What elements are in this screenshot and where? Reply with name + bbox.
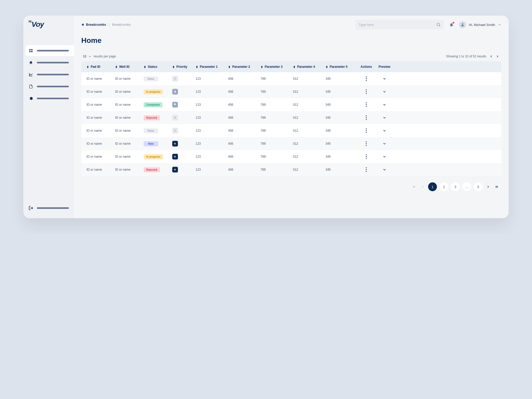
search-input[interactable] xyxy=(359,23,436,27)
cell-parameter-3: 789 xyxy=(258,99,291,110)
table-body: ID or nameID or nameNone123456789012345I… xyxy=(81,72,501,176)
cell-parameter-4: 012 xyxy=(291,138,323,149)
cell-parameter-2: 456 xyxy=(226,138,258,149)
cell-priority xyxy=(170,85,194,98)
pagination-page-1[interactable]: 1 xyxy=(428,182,437,191)
cell-priority xyxy=(170,137,194,150)
cell-parameter-1: 123 xyxy=(194,125,226,136)
expand-row-icon[interactable] xyxy=(382,116,387,120)
pagination-last[interactable] xyxy=(494,184,500,190)
sidebar-item-1[interactable] xyxy=(23,57,74,68)
cell-parameter-5: 345 xyxy=(323,138,357,149)
sort-icon: ▲▼ xyxy=(293,65,296,68)
status-badge: None xyxy=(144,76,158,81)
cell-preview xyxy=(375,112,394,123)
cell-preview xyxy=(375,151,394,162)
sidebar-logout[interactable] xyxy=(23,203,74,214)
breadcrumb-home[interactable]: Breadcrumbs xyxy=(81,23,106,26)
search-box[interactable] xyxy=(356,20,444,30)
sidebar-nav xyxy=(23,44,74,203)
priority-none-icon xyxy=(172,76,178,82)
cell-parameter-3: 789 xyxy=(258,86,291,97)
column-header-parameter-5[interactable]: ▲▼Parameter 5 xyxy=(323,61,357,72)
sort-icon: ▲▼ xyxy=(196,65,198,68)
sidebar-item-0[interactable] xyxy=(25,45,74,56)
cell-parameter-5: 345 xyxy=(323,125,357,136)
kebab-menu-icon[interactable] xyxy=(366,102,367,107)
sidebar: PEVoy xyxy=(23,16,74,218)
expand-row-icon[interactable] xyxy=(382,142,387,146)
column-label: Status xyxy=(148,65,157,69)
kebab-menu-icon[interactable] xyxy=(366,167,367,172)
column-header-parameter-4[interactable]: ▲▼Parameter 4 xyxy=(291,61,323,72)
notification-dot xyxy=(453,22,454,24)
pagination-first[interactable] xyxy=(411,184,417,190)
status-badge: In progress xyxy=(144,154,163,159)
sidebar-item-3[interactable] xyxy=(23,81,74,92)
document-icon xyxy=(29,84,33,89)
sidebar-item-4[interactable] xyxy=(23,93,74,104)
data-table: ▲▼Pad ID▲▼Well ID▲▼Status▲▼Priority▲▼Par… xyxy=(81,61,501,176)
cell-status: None xyxy=(142,73,170,85)
per-page-label: results per page xyxy=(94,55,116,58)
expand-row-icon[interactable] xyxy=(382,90,387,94)
cell-parameter-3: 789 xyxy=(258,164,291,175)
cell-pad-id: ID or name xyxy=(84,99,113,110)
mini-pager-next[interactable] xyxy=(495,54,500,59)
column-header-parameter-3[interactable]: ▲▼Parameter 3 xyxy=(258,61,291,72)
expand-row-icon[interactable] xyxy=(382,155,387,159)
grid-icon xyxy=(29,48,33,53)
pagination-page-3[interactable]: 3 xyxy=(451,182,460,191)
expand-row-icon[interactable] xyxy=(382,77,387,81)
sort-icon: ▲▼ xyxy=(228,65,231,68)
kebab-menu-icon[interactable] xyxy=(366,76,367,81)
column-header-parameter-1[interactable]: ▲▼Parameter 1 xyxy=(194,61,226,72)
pagination-prev[interactable] xyxy=(420,184,425,190)
cell-status: Completed xyxy=(142,99,170,111)
kebab-menu-icon[interactable] xyxy=(366,89,367,94)
cell-well-id: ID or name xyxy=(113,73,142,84)
sidebar-item-2[interactable] xyxy=(23,69,74,80)
cell-status: In progress xyxy=(142,151,170,163)
search-icon[interactable] xyxy=(436,22,441,27)
cell-actions xyxy=(357,125,375,137)
kebab-menu-icon[interactable] xyxy=(366,141,367,146)
mini-pager-prev[interactable] xyxy=(489,54,494,59)
user-menu[interactable]: Hi, Michael Smith xyxy=(459,21,501,28)
expand-row-icon[interactable] xyxy=(382,103,387,107)
column-header-parameter-2[interactable]: ▲▼Parameter 2 xyxy=(226,61,258,72)
mini-pager xyxy=(489,54,500,59)
cell-actions xyxy=(357,86,375,98)
cell-parameter-1: 123 xyxy=(194,73,226,84)
cell-parameter-4: 012 xyxy=(291,73,323,84)
kebab-menu-icon[interactable] xyxy=(366,115,367,120)
svg-rect-2 xyxy=(29,51,31,52)
cell-parameter-1: 123 xyxy=(194,151,226,162)
logo-prefix: PE xyxy=(29,20,31,23)
gear-icon xyxy=(29,96,33,101)
cell-pad-id: ID or name xyxy=(84,151,113,162)
column-header-pad-id[interactable]: ▲▼Pad ID xyxy=(84,61,113,72)
content-area: Home 10 results per page Showing 1 to 10… xyxy=(74,34,509,198)
main-area: Breadcrumbs / Breadcrumbs Hi, Mic xyxy=(74,16,509,218)
pagination-page-5[interactable]: 5 xyxy=(474,182,483,191)
kebab-menu-icon[interactable] xyxy=(366,154,367,159)
kebab-menu-icon[interactable] xyxy=(366,128,367,133)
topbar: Breadcrumbs / Breadcrumbs Hi, Mic xyxy=(74,16,509,34)
status-badge: Completed xyxy=(144,102,162,107)
results-per-page-selector[interactable]: 10 results per page xyxy=(83,55,116,58)
pagination-page-2[interactable]: 2 xyxy=(440,182,448,191)
column-header-well-id[interactable]: ▲▼Well ID xyxy=(113,61,142,72)
column-header-priority[interactable]: ▲▼Priority xyxy=(170,61,194,72)
cell-pad-id: ID or name xyxy=(84,73,113,84)
pagination-next[interactable] xyxy=(485,184,491,190)
nav-label-placeholder xyxy=(37,50,69,51)
notifications-button[interactable] xyxy=(448,21,455,28)
breadcrumb: Breadcrumbs / Breadcrumbs xyxy=(81,23,131,26)
expand-row-icon[interactable] xyxy=(382,129,387,133)
column-header-status[interactable]: ▲▼Status xyxy=(142,61,170,72)
expand-row-icon[interactable] xyxy=(382,168,387,172)
svg-line-6 xyxy=(439,25,440,26)
nav-label-placeholder xyxy=(37,98,69,99)
status-badge: None xyxy=(144,128,158,133)
